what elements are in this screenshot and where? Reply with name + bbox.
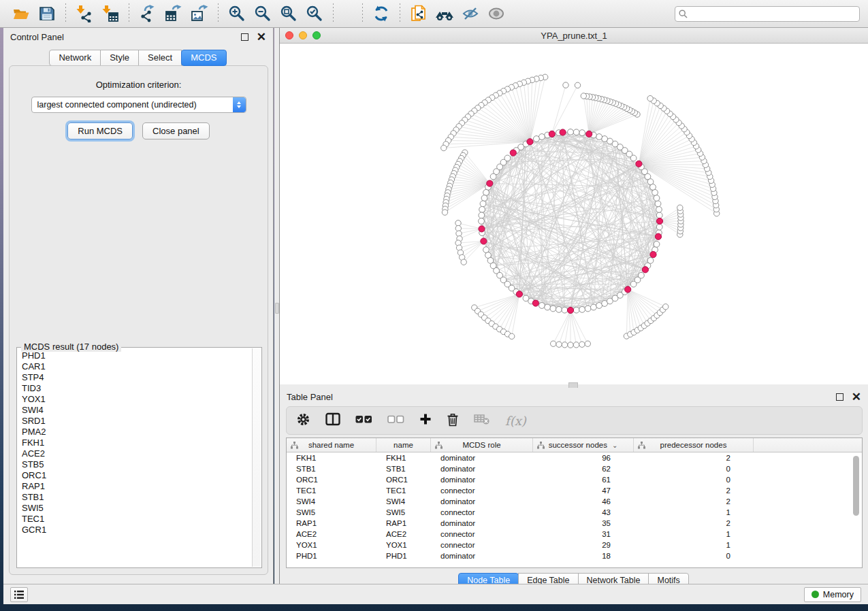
network-node[interactable]: [655, 201, 661, 207]
network-node[interactable]: [480, 201, 486, 207]
splitter-grip[interactable]: [275, 303, 279, 314]
network-node[interactable]: [442, 210, 447, 215]
deselect-all-columns-icon[interactable]: [387, 414, 404, 427]
network-hub-node[interactable]: [636, 161, 642, 167]
network-node[interactable]: [585, 341, 590, 346]
network-node[interactable]: [479, 207, 485, 213]
gear-icon[interactable]: [296, 412, 310, 429]
import-table-icon[interactable]: [100, 3, 120, 24]
close-panel-icon[interactable]: ✕: [257, 33, 266, 41]
zoom-fit-icon[interactable]: [278, 3, 299, 24]
memory-button[interactable]: Memory: [804, 587, 861, 602]
open-file-icon[interactable]: [11, 3, 31, 24]
zoom-selected-icon[interactable]: [304, 3, 325, 24]
export-network-icon[interactable]: [138, 3, 158, 24]
network-hub-node[interactable]: [655, 233, 661, 240]
task-history-button[interactable]: [10, 587, 28, 602]
network-hub-node[interactable]: [487, 180, 493, 186]
column-layout-icon[interactable]: [325, 412, 340, 429]
network-hub-node[interactable]: [481, 238, 487, 244]
network-node[interactable]: [539, 303, 545, 309]
column-header-shared-name[interactable]: shared name: [287, 438, 376, 452]
network-node[interactable]: [568, 129, 574, 135]
close-panel-icon[interactable]: ✕: [852, 393, 861, 401]
network-node[interactable]: [455, 220, 461, 226]
network-hub-node[interactable]: [560, 129, 566, 135]
import-network-icon[interactable]: [74, 3, 95, 24]
network-hub-node[interactable]: [527, 139, 533, 145]
network-node[interactable]: [581, 93, 586, 99]
network-node[interactable]: [656, 212, 662, 218]
network-node[interactable]: [545, 304, 551, 310]
mcds-result-item[interactable]: GCR1: [18, 525, 252, 535]
mcds-result-list[interactable]: PHD1CAR1STP4TID3YOX1SWI4SRD1PMA2FKH1ACE2…: [18, 350, 252, 567]
table-scrollbar[interactable]: [853, 456, 859, 516]
function-builder-icon[interactable]: f(x): [505, 414, 526, 428]
network-node[interactable]: [573, 129, 579, 135]
column-header-successor-nodes[interactable]: successor nodes⌄: [533, 438, 634, 452]
network-node[interactable]: [663, 304, 669, 310]
column-header-mcds-role[interactable]: MCDS role: [431, 438, 533, 452]
mcds-result-item[interactable]: PMA2: [18, 427, 252, 437]
delete-column-icon[interactable]: [447, 412, 459, 429]
network-hub-node[interactable]: [642, 267, 648, 273]
network-hub-node[interactable]: [479, 226, 485, 232]
add-column-icon[interactable]: [419, 413, 432, 428]
network-node[interactable]: [479, 212, 485, 218]
network-node[interactable]: [509, 333, 515, 339]
network-hub-node[interactable]: [567, 307, 573, 313]
network-hub-node[interactable]: [656, 218, 662, 224]
network-node[interactable]: [461, 259, 466, 265]
mcds-result-item[interactable]: SRD1: [18, 416, 252, 427]
network-node[interactable]: [562, 307, 568, 313]
network-node[interactable]: [573, 307, 579, 313]
zoom-out-icon[interactable]: [253, 3, 273, 24]
mcds-result-item[interactable]: PHD1: [18, 350, 252, 361]
mcds-result-item[interactable]: SWI5: [18, 503, 252, 514]
network-node[interactable]: [562, 342, 567, 348]
table-row[interactable]: RAP1RAP1dominator352: [287, 518, 862, 529]
save-session-icon[interactable]: [37, 3, 57, 24]
mcds-result-item[interactable]: SWI4: [18, 405, 252, 416]
close-panel-button[interactable]: Close panel: [142, 122, 210, 139]
network-hub-node[interactable]: [510, 150, 516, 156]
network-node[interactable]: [656, 207, 662, 213]
criterion-dropdown[interactable]: largest connected component (undirected): [31, 97, 246, 113]
export-image-icon[interactable]: [189, 3, 210, 24]
table-row[interactable]: SWI5SWI5connector431: [287, 507, 862, 518]
mcds-result-item[interactable]: RAP1: [18, 481, 252, 492]
network-node[interactable]: [483, 190, 489, 196]
network-node[interactable]: [539, 134, 545, 140]
network-node[interactable]: [647, 96, 653, 101]
table-row[interactable]: SWI4SWI4dominator462: [287, 496, 862, 507]
refresh-layout-icon[interactable]: [371, 3, 391, 24]
network-node[interactable]: [654, 242, 660, 248]
table-row[interactable]: TEC1TEC1connector472: [287, 485, 862, 496]
mcds-result-item[interactable]: CAR1: [18, 361, 252, 372]
float-panel-icon[interactable]: [836, 393, 843, 401]
network-node[interactable]: [639, 272, 645, 278]
vertical-splitter[interactable]: [274, 28, 280, 584]
network-hub-node[interactable]: [516, 291, 522, 297]
network-node[interactable]: [654, 195, 660, 201]
network-node[interactable]: [556, 342, 562, 347]
network-hub-node[interactable]: [549, 131, 555, 137]
network-node[interactable]: [490, 174, 496, 180]
float-panel-icon[interactable]: [241, 33, 248, 41]
network-node[interactable]: [579, 307, 585, 313]
mcds-result-item[interactable]: ACE2: [18, 448, 252, 459]
network-node[interactable]: [585, 306, 591, 312]
network-node[interactable]: [441, 145, 447, 150]
network-node[interactable]: [534, 136, 540, 142]
network-hub-node[interactable]: [650, 252, 656, 258]
hide-selection-icon[interactable]: [460, 3, 481, 24]
column-header-name[interactable]: name: [376, 438, 431, 452]
tab-network[interactable]: Network: [49, 50, 101, 66]
network-node[interactable]: [550, 306, 556, 312]
network-node[interactable]: [479, 218, 485, 225]
tab-mcds[interactable]: MCDS: [181, 50, 226, 66]
mcds-result-item[interactable]: FKH1: [18, 437, 252, 448]
network-node[interactable]: [596, 134, 602, 140]
select-all-columns-icon[interactable]: [355, 414, 372, 427]
table-row[interactable]: STB1STB1dominator620: [287, 463, 862, 474]
